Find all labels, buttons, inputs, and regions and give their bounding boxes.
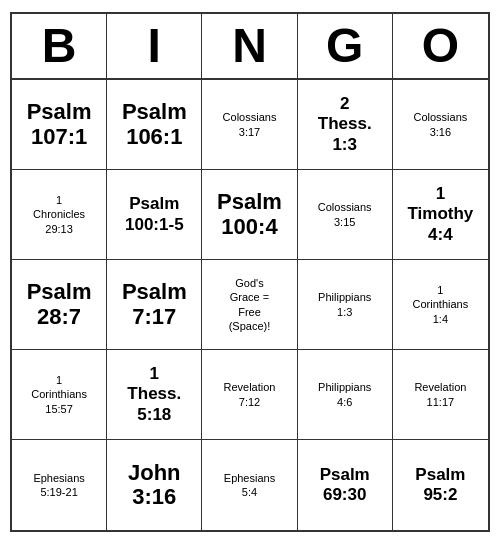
bingo-cell[interactable]: 1Timothy4:4: [393, 170, 488, 260]
bingo-cell[interactable]: Psalm7:17: [107, 260, 202, 350]
cell-text: Psalm7:17: [122, 280, 187, 328]
cell-text: Ephesians5:19-21: [33, 471, 84, 500]
cell-text: Psalm107:1: [27, 100, 92, 148]
cell-text: Psalm106:1: [122, 100, 187, 148]
bingo-cell[interactable]: 1Chronicles29:13: [12, 170, 107, 260]
cell-text: Philippians4:6: [318, 380, 371, 409]
bingo-cell[interactable]: 1Corinthians1:4: [393, 260, 488, 350]
cell-text: Psalm69:30: [320, 465, 370, 506]
cell-text: 1Thess.5:18: [127, 364, 181, 425]
cell-text: Psalm95:2: [415, 465, 465, 506]
cell-text: 1Timothy4:4: [407, 184, 473, 245]
bingo-card: BINGO Psalm107:1Psalm106:1Colossians3:17…: [10, 12, 490, 532]
bingo-cell[interactable]: John3:16: [107, 440, 202, 530]
bingo-cell[interactable]: Psalm107:1: [12, 80, 107, 170]
header-letter: I: [107, 14, 202, 78]
bingo-cell[interactable]: Colossians3:17: [202, 80, 297, 170]
cell-text: 2Thess.1:3: [318, 94, 372, 155]
header-letter: G: [298, 14, 393, 78]
cell-text: 1Corinthians1:4: [413, 283, 469, 326]
cell-text: 1Corinthians15:57: [31, 373, 87, 416]
bingo-cell[interactable]: 1Corinthians15:57: [12, 350, 107, 440]
bingo-cell[interactable]: Colossians3:16: [393, 80, 488, 170]
cell-text: John3:16: [128, 461, 181, 509]
cell-text: Revelation7:12: [224, 380, 276, 409]
bingo-cell[interactable]: 2Thess.1:3: [298, 80, 393, 170]
bingo-cell[interactable]: Psalm95:2: [393, 440, 488, 530]
bingo-cell[interactable]: Revelation11:17: [393, 350, 488, 440]
cell-text: Revelation11:17: [414, 380, 466, 409]
bingo-cell[interactable]: Revelation7:12: [202, 350, 297, 440]
bingo-cell[interactable]: Philippians4:6: [298, 350, 393, 440]
cell-text: Ephesians5:4: [224, 471, 275, 500]
bingo-cell[interactable]: Philippians1:3: [298, 260, 393, 350]
bingo-cell[interactable]: Ephesians5:19-21: [12, 440, 107, 530]
bingo-cell[interactable]: Ephesians5:4: [202, 440, 297, 530]
bingo-cell[interactable]: Colossians3:15: [298, 170, 393, 260]
cell-text: Psalm28:7: [27, 280, 92, 328]
cell-text: Colossians3:17: [223, 110, 277, 139]
cell-text: 1Chronicles29:13: [33, 193, 85, 236]
cell-text: God'sGrace =Free(Space)!: [229, 276, 271, 333]
cell-text: Colossians3:16: [413, 110, 467, 139]
bingo-header: BINGO: [12, 14, 488, 80]
bingo-cell[interactable]: Psalm100:1-5: [107, 170, 202, 260]
header-letter: B: [12, 14, 107, 78]
cell-text: Psalm100:1-5: [125, 194, 184, 235]
bingo-cell[interactable]: Psalm28:7: [12, 260, 107, 350]
bingo-cell[interactable]: Psalm106:1: [107, 80, 202, 170]
header-letter: O: [393, 14, 488, 78]
bingo-cell[interactable]: God'sGrace =Free(Space)!: [202, 260, 297, 350]
cell-text: Philippians1:3: [318, 290, 371, 319]
bingo-cell[interactable]: 1Thess.5:18: [107, 350, 202, 440]
bingo-cell[interactable]: Psalm100:4: [202, 170, 297, 260]
cell-text: Psalm100:4: [217, 190, 282, 238]
cell-text: Colossians3:15: [318, 200, 372, 229]
header-letter: N: [202, 14, 297, 78]
bingo-cell[interactable]: Psalm69:30: [298, 440, 393, 530]
bingo-grid: Psalm107:1Psalm106:1Colossians3:172Thess…: [12, 80, 488, 530]
